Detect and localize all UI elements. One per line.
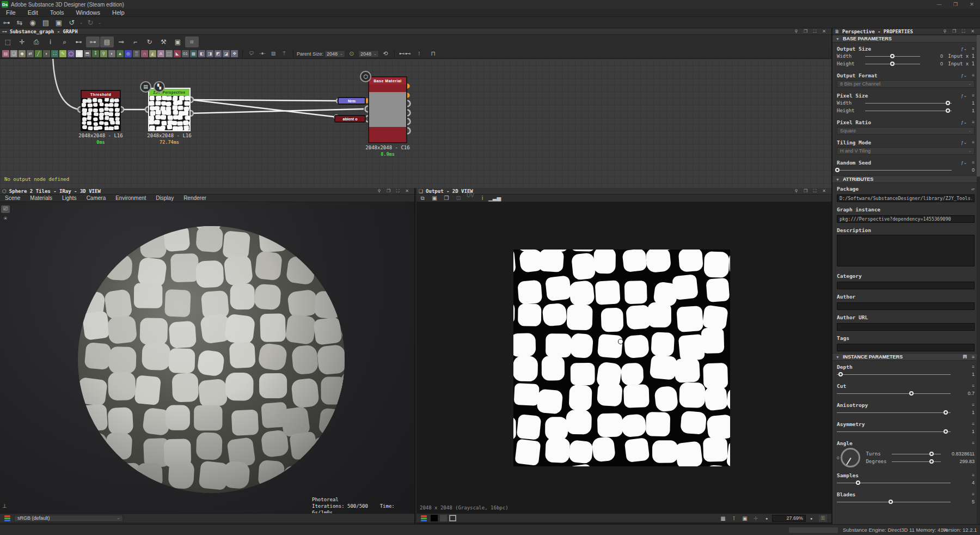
random-seed-slider[interactable] [837, 167, 952, 173]
close-icon[interactable]: ✕ [402, 189, 412, 193]
menu-item[interactable]: File [0, 9, 22, 16]
view3d-menu-item[interactable]: Environment [111, 195, 151, 201]
menu-item[interactable]: Edit [22, 9, 44, 16]
blur-node-icon[interactable]: ◆ [19, 50, 26, 57]
link-size-icon[interactable]: ⊙ [346, 50, 357, 57]
color-wheel-node-icon[interactable]: ◎ [125, 50, 132, 57]
tile-sampler-node-icon[interactable]: ▦ [76, 50, 83, 57]
folder-icon[interactable]: ▱ [971, 186, 975, 192]
colorspace-layers-icon[interactable] [4, 515, 11, 521]
export-icon[interactable]: ⧉ [416, 195, 428, 202]
cube-badge-icon[interactable]: ⬡ [360, 71, 371, 82]
link-tool-icon[interactable]: ⊷ [72, 37, 85, 47]
grid-node-icon[interactable]: ▦ [190, 50, 197, 57]
preset-icon[interactable]: 🖪 [963, 354, 967, 360]
letterbox-badge-icon[interactable]: ▤ [140, 81, 151, 93]
noise-node-icon[interactable]: ▒ [133, 50, 140, 57]
cut-slider[interactable] [837, 391, 951, 396]
samples-slider[interactable] [837, 480, 951, 485]
view3d-menu-item[interactable]: Renderer [179, 195, 211, 201]
degrees-slider[interactable] [892, 459, 941, 464]
undo-caret-icon[interactable]: ⌄ [78, 20, 84, 25]
float-icon[interactable]: ❐ [801, 29, 810, 34]
warp-node-icon[interactable]: ◭ [149, 50, 156, 57]
height-slider[interactable] [865, 61, 920, 66]
menu-icon[interactable]: ≡ [972, 73, 975, 78]
histogram-icon[interactable]: ▁▃▅ [488, 195, 500, 201]
colorspace-select[interactable]: sRGB (default)⌄ [14, 515, 123, 522]
fit-icon[interactable]: ▣ [739, 515, 750, 521]
pin-icon[interactable]: ⚲ [940, 29, 950, 34]
levels-node-icon[interactable]: ✎ [59, 50, 66, 57]
depth-slider[interactable] [837, 372, 951, 377]
alpha-badge-icon[interactable]: ▚ [154, 81, 165, 93]
function-icon[interactable]: ƒ⌄ [961, 46, 967, 51]
comment-icon[interactable]: 🗩 [246, 51, 257, 57]
value-node-icon[interactable]: 01 [182, 50, 189, 57]
anisotropy-slider[interactable] [837, 410, 951, 415]
dual-dot-icon[interactable]: ⊷⊷ [398, 50, 412, 57]
bridge-node-icon[interactable]: ∩ [141, 50, 148, 57]
channel-shuffle-node-icon[interactable]: ⇄ [27, 50, 34, 57]
node-threshold[interactable]: Threshold [81, 90, 121, 131]
save-icon[interactable]: ▣ [428, 195, 440, 201]
sphere-node-icon[interactable]: ◐ [108, 50, 115, 57]
menu-icon[interactable]: ≡ [972, 384, 975, 388]
close-icon[interactable]: ✕ [819, 29, 829, 34]
section-instance-parameters[interactable]: ▼ INSTANCE PARAMETERS 🖪≡ [832, 353, 980, 361]
link-import-icon[interactable]: ⇆ [13, 19, 26, 27]
grid-icon[interactable]: ▦ [718, 515, 728, 521]
angle-dial[interactable] [841, 448, 860, 467]
height-slider[interactable] [865, 108, 952, 113]
window-control[interactable]: ❐ [947, 2, 964, 7]
asymmetry-slider[interactable] [837, 429, 951, 434]
redo-icon[interactable]: ↻ [84, 19, 97, 27]
menu-icon[interactable]: ≡ [972, 364, 975, 369]
camera-icon[interactable]: ⎚ [1, 205, 10, 213]
flood-fill-node-icon[interactable]: ◣ [174, 50, 181, 57]
view3d-menu-item[interactable]: Display [151, 195, 179, 201]
screenshot-icon[interactable]: ⎙ [29, 37, 43, 47]
graph-panel-header[interactable]: ⊶ Substance_graph - GRAPH ⚲❐⛶✕ [0, 28, 831, 35]
tags-field[interactable] [837, 344, 975, 351]
background-black-swatch[interactable] [431, 515, 438, 521]
properties-header[interactable]: 🗎 Perspective - PROPERTIES ⚲❐⛶✕ [832, 28, 980, 35]
window-control[interactable]: — [931, 2, 947, 7]
trim-node-icon[interactable]: ◪ [223, 50, 230, 57]
package-field[interactable] [837, 194, 975, 202]
lock-zoom-icon[interactable]: ⚿ [819, 515, 827, 522]
bitmap-node-icon[interactable]: ▤ [2, 50, 9, 57]
frame-node-icon[interactable]: ❖ [231, 50, 238, 57]
blend-node-icon[interactable]: ◗ [43, 50, 50, 57]
zoom-level-field[interactable] [772, 515, 806, 522]
view3d-menu-item[interactable]: Camera [82, 195, 111, 201]
preview-tile-icon[interactable] [449, 515, 456, 521]
view3d-menu-item[interactable]: Lights [57, 195, 82, 201]
graph-instance-field[interactable] [837, 215, 975, 223]
reset-size-icon[interactable]: ⟲ [380, 50, 391, 57]
crop-node-icon[interactable]: ◧ [198, 50, 205, 57]
search-icon[interactable]: ⌕ [58, 37, 71, 47]
image-note-icon[interactable]: ▧ [268, 51, 279, 57]
node-perspective[interactable]: ZJT_Perspective [148, 88, 191, 131]
properties-scrollbar[interactable] [977, 35, 980, 524]
save-icon[interactable]: ▣ [52, 19, 65, 27]
present-icon[interactable]: ▣ [171, 37, 185, 47]
menu-item[interactable]: Help [106, 9, 131, 16]
scatter-node-icon[interactable]: ⁑ [92, 50, 99, 57]
viewport-3d[interactable]: ⎚ ⍟ Photoreal Iterations: 500/500 Time: … [0, 202, 414, 513]
mirror-node-icon[interactable]: ◨ [206, 50, 213, 57]
graph-canvas[interactable]: Threshold 2048x2048 - L16 0ms ZJT_Perspe… [0, 59, 831, 188]
maximize-icon[interactable]: ⛶ [393, 189, 402, 194]
menu-icon[interactable]: ≡ [972, 140, 975, 145]
window-control[interactable]: ✕ [964, 2, 980, 7]
close-icon[interactable]: ✕ [968, 29, 977, 34]
splatter-node-icon[interactable]: ⚲ [100, 50, 107, 57]
menu-icon[interactable]: ≡ [972, 120, 975, 125]
svg-node-icon[interactable]: ❏ [10, 50, 17, 57]
menu-icon[interactable]: ≡ [972, 93, 975, 98]
transform-handle-icon[interactable]: ⊺ [728, 515, 739, 521]
node-base-material[interactable]: Base Material [368, 76, 407, 143]
info-icon[interactable]: i [44, 37, 57, 47]
open-icon[interactable]: ▤ [39, 19, 52, 27]
